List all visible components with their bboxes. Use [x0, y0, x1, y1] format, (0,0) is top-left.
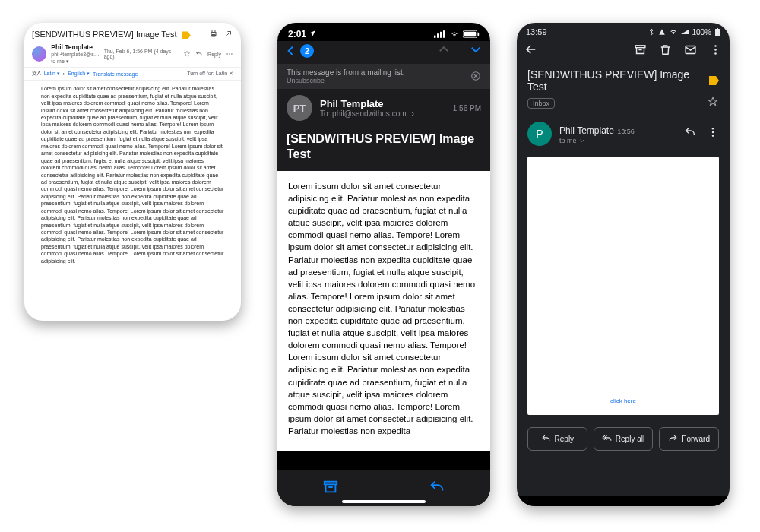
- close-banner-icon[interactable]: [470, 71, 481, 83]
- wifi-icon: [669, 28, 678, 36]
- home-indicator[interactable]: [342, 500, 426, 503]
- svg-rect-11: [464, 32, 477, 36]
- signal-icon: [681, 28, 689, 36]
- reply-icon[interactable]: [429, 479, 445, 499]
- back-icon[interactable]: [524, 43, 538, 59]
- battery-pct: 100%: [692, 28, 711, 36]
- reply-icon[interactable]: [195, 50, 203, 59]
- message-time: 13:56: [617, 128, 635, 135]
- more-icon[interactable]: [709, 43, 722, 59]
- svg-point-4: [229, 53, 230, 54]
- back-button[interactable]: 2: [285, 43, 314, 59]
- sent-date: Thu, Feb 6, 1:56 PM (4 days ago): [104, 49, 179, 59]
- vibrate-icon: [658, 28, 666, 36]
- unread-badge: 2: [300, 44, 314, 58]
- sender-email: phil+template3@s…: [51, 52, 99, 57]
- more-icon[interactable]: [226, 50, 233, 59]
- sender-name[interactable]: Phil Template: [559, 125, 614, 136]
- email-body: click here: [527, 157, 719, 415]
- next-message-icon[interactable]: [469, 43, 483, 59]
- subject: [SENDWITHUS PREVIEW] Image Test: [32, 30, 177, 39]
- sender-name[interactable]: Phil Template: [320, 98, 445, 109]
- android-nav-bar: [517, 496, 730, 506]
- svg-point-22: [712, 128, 714, 129]
- sender-row: Phil Template phil+template3@s… to me ▾ …: [24, 43, 241, 67]
- clock: 2:01: [288, 29, 306, 40]
- to-line[interactable]: to me ▾: [51, 59, 99, 65]
- sender-name: Phil Template: [51, 43, 93, 51]
- bluetooth-icon: [648, 28, 655, 36]
- gmail-web-preview: [SENDWITHUS PREVIEW] Image Test Phil Tem…: [24, 23, 241, 321]
- svg-rect-1: [212, 30, 215, 33]
- status-bar: 13:59 100%: [517, 23, 730, 38]
- svg-point-5: [231, 53, 232, 54]
- svg-point-3: [226, 53, 227, 54]
- ios-mail-preview: 2:01 2 This message is from a mailing li…: [277, 23, 490, 506]
- subject-row: [SENDWITHUS PREVIEW] Image Test: [517, 64, 730, 94]
- location-icon: [309, 30, 316, 37]
- lang-from[interactable]: Latin ▾: [44, 71, 60, 77]
- archive-icon[interactable]: [634, 43, 647, 59]
- svg-rect-9: [443, 30, 445, 38]
- svg-rect-14: [325, 481, 337, 484]
- wifi-icon: [449, 30, 460, 38]
- email-body: Lorem ipsum dolor sit amet consectetur a…: [277, 171, 490, 451]
- translate-bar: 文A Latin ▾ › English ▾ Translate message…: [24, 67, 241, 81]
- subject: [SENDWITHUS PREVIEW] Image Test: [527, 68, 705, 93]
- forward-button[interactable]: Forward: [659, 427, 719, 451]
- svg-point-24: [712, 135, 714, 136]
- svg-point-19: [714, 45, 717, 47]
- svg-point-20: [714, 49, 717, 51]
- inbox-chip[interactable]: Inbox: [527, 98, 555, 109]
- important-tag-icon: [182, 31, 191, 39]
- app-bar: [517, 38, 730, 64]
- label-row: Inbox: [517, 94, 730, 116]
- star-icon[interactable]: [183, 50, 191, 59]
- avatar[interactable]: PT: [287, 95, 312, 121]
- unsubscribe-link[interactable]: Unsubscribe: [287, 77, 405, 84]
- lang-to[interactable]: English ▾: [68, 71, 90, 77]
- subject: [SENDWITHUS PREVIEW] Image Test: [277, 127, 490, 171]
- banner-title: This message is from a mailing list.: [287, 68, 405, 77]
- open-new-icon[interactable]: [224, 29, 233, 40]
- nav-bar: 2: [277, 41, 490, 64]
- header: [SENDWITHUS PREVIEW] Image Test: [24, 23, 241, 43]
- reply-label[interactable]: Reply: [207, 52, 221, 57]
- svg-rect-15: [715, 29, 720, 36]
- sender-row: PT Phil Template To: phil@sendwithus.com…: [277, 89, 490, 127]
- email-body: Lorem ipsum dolor sit amet consectetur a…: [24, 81, 241, 309]
- translate-off[interactable]: Turn off for: Latin: [187, 71, 227, 76]
- important-tag-icon: [709, 76, 719, 85]
- signal-icon: [434, 30, 446, 38]
- svg-point-23: [712, 131, 714, 133]
- reply-all-button[interactable]: Reply all: [594, 427, 654, 451]
- print-icon[interactable]: [209, 29, 218, 40]
- battery-icon: [714, 28, 720, 36]
- svg-rect-17: [635, 45, 645, 47]
- delete-icon[interactable]: [659, 43, 672, 59]
- avatar[interactable]: [32, 46, 46, 62]
- svg-rect-12: [478, 33, 480, 36]
- reply-button[interactable]: Reply: [527, 427, 587, 451]
- prev-message-icon[interactable]: [437, 43, 451, 59]
- mailing-list-banner: This message is from a mailing list. Uns…: [277, 64, 490, 89]
- mail-icon[interactable]: [684, 43, 697, 59]
- translate-icon: 文A: [32, 70, 41, 78]
- battery-icon: [463, 30, 480, 38]
- archive-icon[interactable]: [322, 479, 339, 499]
- svg-rect-16: [717, 28, 718, 29]
- avatar[interactable]: P: [527, 122, 552, 146]
- status-bar: 2:01: [277, 23, 490, 41]
- star-icon[interactable]: [707, 96, 719, 111]
- more-icon[interactable]: [707, 126, 719, 141]
- clock: 13:59: [526, 27, 547, 36]
- translate-action[interactable]: Translate message: [93, 71, 138, 77]
- to-line[interactable]: to me: [559, 137, 676, 144]
- to-line[interactable]: To: phil@sendwithus.com: [320, 109, 445, 118]
- click-here-link[interactable]: click here: [610, 397, 636, 404]
- close-translate-icon[interactable]: ✕: [229, 71, 233, 76]
- svg-rect-6: [434, 36, 435, 38]
- reply-icon[interactable]: [684, 126, 696, 141]
- sender-row: P Phil Template 13:56 to me: [517, 116, 730, 152]
- action-row: Reply Reply all Forward: [517, 420, 730, 458]
